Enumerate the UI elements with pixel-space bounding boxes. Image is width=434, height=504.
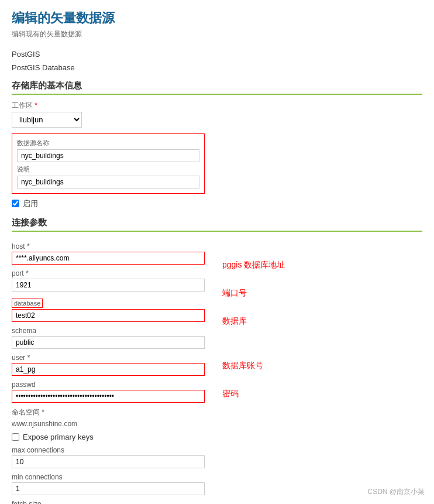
label-database: database (12, 299, 43, 308)
datasource-name-input[interactable] (17, 149, 199, 162)
watermark: CSDN @南京小菜 (367, 487, 425, 497)
annotation-user: 数据库账号 (222, 356, 422, 371)
workspace-select[interactable]: liubijun (12, 112, 82, 128)
db-type-line2: PostGIS Database (12, 62, 422, 74)
label-host: host * (12, 242, 205, 251)
annotation-port: 端口号 (222, 283, 422, 299)
page-subtitle: 编辑现有的矢量数据源 (12, 29, 422, 39)
database-input[interactable] (12, 309, 205, 322)
description-input[interactable] (17, 176, 199, 188)
label-user: user * (12, 354, 205, 362)
user-input[interactable] (12, 363, 205, 376)
label-min-connections: min connections (12, 473, 205, 481)
annotation-passwd: 密码 (222, 384, 422, 399)
db-type-line1: PostGIS (12, 49, 422, 61)
page-title: 编辑的矢量数据源 (12, 9, 422, 27)
enabled-checkbox[interactable] (12, 200, 19, 207)
min-connections-input[interactable] (12, 482, 205, 495)
label-workspace: 工作区 * (12, 101, 422, 111)
max-connections-input[interactable] (12, 455, 205, 468)
section-connection-title: 连接参数 (12, 217, 422, 232)
label-max-connections: max connections (12, 446, 205, 454)
label-description: 说明 (17, 165, 199, 174)
schema-input[interactable] (12, 336, 205, 349)
label-port: port * (12, 269, 205, 277)
label-datasource-name: 数据源名称 (17, 139, 199, 148)
label-expose-pk: Expose primary keys (23, 433, 94, 441)
host-input[interactable] (12, 252, 205, 265)
section-store-title: 存储库的基本信息 (12, 80, 422, 95)
expose-pk-checkbox[interactable] (12, 433, 19, 441)
port-input[interactable] (12, 279, 205, 292)
annotation-host: pggis 数据库地址 (222, 255, 422, 270)
label-fetch-size: fetch size (12, 500, 205, 504)
passwd-input[interactable] (12, 390, 205, 403)
label-enabled: 启用 (23, 198, 38, 209)
label-schema: schema (12, 327, 205, 335)
label-namespace: 命名空间 * (12, 407, 205, 417)
annotation-database: 数据库 (222, 311, 422, 327)
namespace-value: www.njsunshine.com (12, 419, 205, 429)
label-passwd: passwd (12, 380, 205, 389)
